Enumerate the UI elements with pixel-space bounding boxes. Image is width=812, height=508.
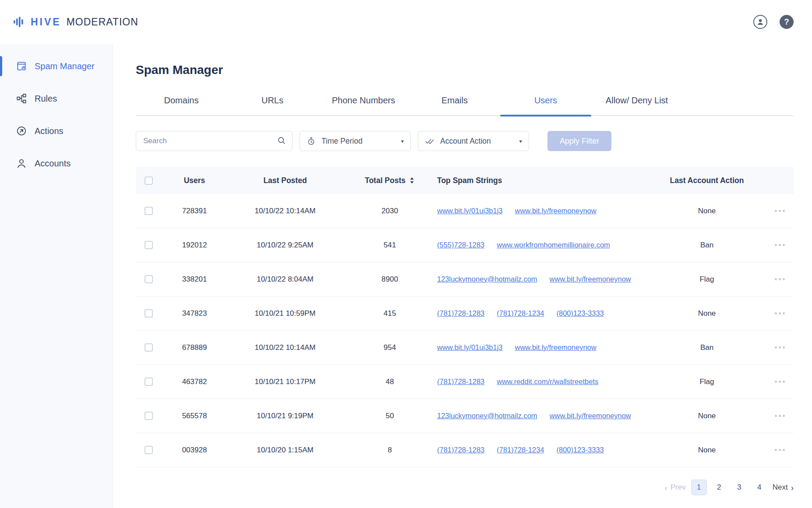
- spam-string-link[interactable]: (800)123-3333: [557, 446, 604, 454]
- tab-allow-deny-list[interactable]: Allow/ Deny List: [591, 95, 682, 115]
- row-last-posted: 10/10/22 10:14AM: [228, 207, 342, 215]
- sidebar-item-label: Rules: [35, 94, 57, 104]
- tab-emails[interactable]: Emails: [409, 95, 500, 115]
- tab-urls[interactable]: URLs: [227, 95, 318, 115]
- row-more-icon[interactable]: [766, 309, 794, 318]
- user-avatar-icon[interactable]: [753, 15, 767, 29]
- row-account-action: None: [648, 412, 766, 420]
- tab-users[interactable]: Users: [500, 95, 591, 115]
- tab-phone-numbers[interactable]: Phone Numbers: [318, 95, 409, 115]
- pagination-page-4[interactable]: 4: [752, 480, 767, 495]
- spam-string-link[interactable]: 123luckymoney@hotmailz.com: [437, 275, 537, 283]
- pagination-prev-button[interactable]: ‹ Prev: [664, 483, 685, 492]
- filter-bar: Time Period ▾ Account Action ▾ Apply Fil…: [136, 131, 794, 151]
- time-period-dropdown[interactable]: Time Period ▾: [300, 131, 411, 151]
- table-header: Users Last Posted Total Posts Top Spam S…: [136, 167, 794, 194]
- row-more-icon[interactable]: [766, 206, 794, 215]
- row-account-action: Flag: [648, 275, 766, 284]
- row-checkbox[interactable]: [145, 412, 153, 420]
- column-header-last-posted: Last Posted: [228, 176, 342, 185]
- row-more-icon[interactable]: [766, 343, 794, 352]
- pagination-page-3[interactable]: 3: [731, 480, 747, 495]
- spam-string-link[interactable]: (781)728-1283: [437, 309, 484, 318]
- search-input[interactable]: [136, 131, 293, 151]
- row-last-posted: 10/10/20 1:15AM: [228, 446, 342, 455]
- pagination-next-button[interactable]: Next ›: [773, 483, 794, 492]
- row-last-posted: 10/10/22 9:25AM: [228, 241, 342, 250]
- spam-string-link[interactable]: (781)728-1234: [497, 309, 544, 318]
- row-checkbox[interactable]: [145, 377, 153, 386]
- pagination-page-1[interactable]: 1: [691, 480, 707, 495]
- brand-name-primary: HIVE: [31, 16, 61, 28]
- row-more-icon[interactable]: [766, 377, 794, 386]
- sidebar-item-label: Accounts: [35, 159, 71, 169]
- spam-string-link[interactable]: www.bit.ly/freemoneynow: [550, 275, 631, 283]
- brand-logo: HIVE MODERATION: [13, 16, 138, 28]
- row-spam-strings: (781)728-1283(781)728-1234(800)123-3333: [437, 446, 648, 454]
- table-row: 565578 10/10/21 9:19PM 50 123luckymoney@…: [136, 399, 794, 433]
- column-header-top-spam-strings: Top Spam Strings: [437, 176, 648, 185]
- row-account-action: None: [648, 309, 766, 318]
- row-spam-strings: (555)728-1283www.workfromhomemillionaire…: [437, 241, 648, 249]
- account-action-dropdown[interactable]: Account Action ▾: [418, 131, 529, 151]
- sidebar-item-spam-manager[interactable]: Spam Manager: [0, 50, 113, 82]
- spam-string-link[interactable]: (555)728-1283: [437, 241, 484, 249]
- row-user-id: 463782: [161, 377, 228, 386]
- spam-string-link[interactable]: www.bit.ly/freemoneynow: [515, 343, 597, 352]
- select-all-checkbox[interactable]: [145, 176, 153, 185]
- row-checkbox[interactable]: [145, 275, 153, 283]
- column-header-users: Users: [161, 176, 228, 185]
- row-user-id: 347823: [161, 309, 228, 318]
- row-last-posted: 10/10/21 9:19PM: [228, 412, 342, 420]
- row-total-posts: 8900: [342, 275, 437, 284]
- spam-string-link[interactable]: www.bit.ly/01ui3b1j3: [437, 343, 503, 352]
- row-more-icon[interactable]: [766, 275, 794, 284]
- spam-string-link[interactable]: www.workfromhomemillionaire.com: [497, 241, 610, 249]
- row-spam-strings: www.bit.ly/01ui3b1j3www.bit.ly/freemoney…: [437, 207, 648, 215]
- spam-string-link[interactable]: (781)728-1283: [437, 446, 484, 454]
- spam-string-link[interactable]: www.reddit.com/r/wallstreetbets: [497, 377, 598, 386]
- row-checkbox[interactable]: [145, 309, 153, 318]
- table-row: 338201 10/10/22 8:04AM 8900 123luckymone…: [136, 262, 794, 296]
- sort-icon[interactable]: [409, 177, 415, 184]
- actions-icon: [16, 125, 27, 137]
- rules-icon: [16, 93, 27, 104]
- spam-string-link[interactable]: (800)123-3333: [557, 309, 604, 318]
- row-more-icon[interactable]: [766, 240, 794, 250]
- row-checkbox[interactable]: [145, 446, 153, 454]
- table-row: 192012 10/10/22 9:25AM 541 (555)728-1283…: [136, 228, 794, 262]
- spam-string-link[interactable]: (781)728-1234: [497, 446, 544, 454]
- row-checkbox[interactable]: [145, 343, 153, 352]
- row-checkbox[interactable]: [145, 241, 153, 249]
- row-more-icon[interactable]: [766, 411, 794, 420]
- spam-string-link[interactable]: (781)728-1283: [437, 377, 484, 386]
- spam-string-link[interactable]: www.bit.ly/freemoneynow: [515, 207, 597, 215]
- pagination: ‹ Prev 1234 Next ›: [136, 480, 794, 508]
- chevron-down-icon: ▾: [401, 138, 404, 145]
- pagination-page-2[interactable]: 2: [711, 480, 727, 495]
- row-total-posts: 415: [342, 309, 437, 318]
- tab-domains[interactable]: Domains: [136, 95, 227, 115]
- spam-string-link[interactable]: www.bit.ly/freemoneynow: [550, 412, 631, 420]
- row-checkbox[interactable]: [145, 207, 153, 215]
- chevron-right-icon: ›: [791, 483, 794, 492]
- help-icon[interactable]: ?: [780, 15, 794, 29]
- chevron-down-icon: ▾: [519, 138, 522, 145]
- sidebar-item-actions[interactable]: Actions: [0, 115, 113, 147]
- row-account-action: None: [648, 446, 766, 455]
- spam-string-link[interactable]: www.bit.ly/01ui3b1j3: [437, 207, 503, 215]
- sidebar-item-rules[interactable]: Rules: [0, 82, 113, 115]
- row-account-action: Flag: [648, 377, 766, 386]
- app-window: HIVE MODERATION ?: [0, 0, 812, 508]
- table-row: 347823 10/10/21 10:59PM 415 (781)728-128…: [136, 296, 794, 331]
- stopwatch-icon: [307, 137, 316, 146]
- row-account-action: Ban: [648, 343, 766, 352]
- apply-filter-button[interactable]: Apply Filter: [547, 131, 611, 151]
- spam-string-link[interactable]: 123luckymoney@hotmailz.com: [437, 412, 537, 420]
- sidebar-item-accounts[interactable]: Accounts: [0, 147, 113, 180]
- row-user-id: 728391: [161, 207, 228, 215]
- search-icon: [277, 136, 286, 147]
- row-last-posted: 10/10/22 8:04AM: [228, 275, 342, 284]
- row-more-icon[interactable]: [766, 445, 794, 455]
- row-last-posted: 10/10/22 10:14AM: [228, 343, 342, 352]
